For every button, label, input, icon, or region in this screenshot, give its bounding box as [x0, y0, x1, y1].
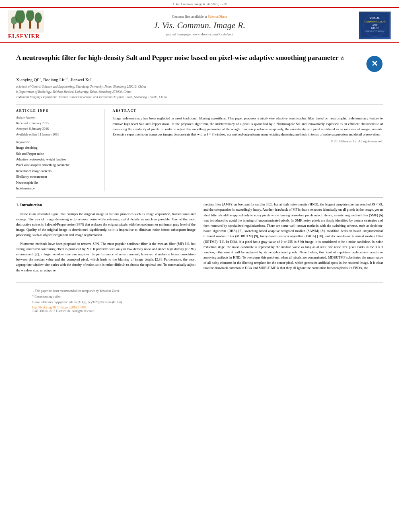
author2-name: Boqiang Liu [43, 77, 65, 82]
svg-rect-6 [37, 22, 39, 29]
affiliation-c: c Medical Imaging Department, Taishan Tu… [16, 95, 383, 100]
keywords-list: Image denoising Salt and Pepper noise Ad… [16, 145, 96, 191]
journal-header: ELSEVIER Contents lists available at Sci… [0, 7, 399, 43]
svg-point-7 [11, 16, 17, 25]
sciencedirect-prefix: Contents lists available at [172, 14, 207, 18]
history-label: Article history: [16, 116, 96, 119]
section1-col2-para1: median filter (AMF) has been put forward… [204, 202, 383, 271]
body-col-left: 1. Introduction Noise is an unwanted sig… [16, 202, 195, 276]
title-text: A neutrosophic filter for high-density S… [16, 54, 338, 62]
info-abstract-section: ARTICLE INFO Article history: Received 2… [16, 105, 383, 191]
keyword-5: Indicator of image contents [16, 168, 96, 174]
keyword-6: Similarity measurement [16, 174, 96, 180]
body-content: 1. Introduction Noise is an unwanted sig… [16, 202, 383, 276]
body-divider [16, 197, 383, 198]
affiliation-b: b Department of Radiology, Taishan Medic… [16, 90, 383, 95]
visual-logo-icon: VISUAL COMMUNICATION AND IMAGE REPRESENT… [361, 13, 389, 37]
article-info-column: ARTICLE INFO Article history: Received 2… [16, 109, 105, 191]
body-col-right: median filter (AMF) has been put forward… [204, 202, 383, 276]
article-body: A neutrosophic filter for high-density S… [0, 43, 399, 319]
footer-doi[interactable]: http://dx.doi.org/10.1016/j.jvcir.2016.0… [32, 306, 367, 309]
abstract-label: ABSTRACT [113, 109, 383, 113]
author2-sup: a,* [66, 77, 68, 80]
svg-text:REPRESENTATION: REPRESENTATION [366, 30, 385, 33]
keyword-3: Adaptive neutrosophic weight function [16, 157, 96, 162]
sciencedirect-link[interactable]: ScienceDirect [208, 14, 227, 18]
elsevier-brand-text: ELSEVIER [8, 33, 40, 40]
page: J. Vis. Commun. Image R. 36 (2016) 1–10 [0, 0, 399, 532]
keyword-4: Pixel-wise adaptive smoothing parameter [16, 162, 96, 168]
authors-line: Xianying Qia,b, Boqiang Liua,*, Jianwei … [16, 77, 383, 82]
svg-point-3 [35, 12, 42, 23]
article-title-section: A neutrosophic filter for high-density S… [16, 53, 383, 73]
author1-sup: a,b [38, 77, 41, 80]
journal-title-header: J. Vis. Commun. Image R. [56, 20, 343, 31]
received-date: Received 2 January 2015 [16, 121, 96, 126]
crossmark-icon: ✕ [366, 55, 383, 72]
svg-text:VISUAL: VISUAL [370, 16, 380, 20]
footer-note1: ⋆ This paper has been recommended for ac… [32, 289, 367, 293]
article-info-label: ARTICLE INFO [16, 109, 96, 113]
visual-journal-logo: VISUAL COMMUNICATION AND IMAGE REPRESENT… [359, 11, 391, 39]
svg-text:AND: AND [372, 24, 378, 26]
header-left: ELSEVIER [8, 10, 56, 40]
section1-para2: Numerous methods have been proposed to r… [16, 241, 195, 273]
keyword-7: Neutrosophic Set [16, 180, 96, 186]
affiliation-a: a School of Control Science and Engineer… [16, 84, 383, 90]
svg-text:✕: ✕ [371, 59, 378, 68]
author1-name: Xianying Qi [16, 77, 38, 82]
article-dates: Received 2 January 2015 Accepted 6 Janua… [16, 121, 96, 137]
header-right: VISUAL COMMUNICATION AND IMAGE REPRESENT… [343, 11, 391, 39]
abstract-text: Image indeterminacy has been neglected i… [113, 116, 383, 137]
top-reference: J. Vis. Commun. Image R. 36 (2016) 1–10 [0, 0, 399, 7]
footer-issn: 1047-3203/© 2016 Elsevier Inc. All right… [32, 309, 367, 313]
sciencedirect-line: Contents lists available at ScienceDirec… [56, 14, 343, 18]
keyword-2: Salt and Pepper noise [16, 151, 96, 157]
svg-text:IMAGE: IMAGE [371, 27, 379, 29]
footer: ⋆ This paper has been recommended for ac… [16, 282, 383, 313]
keyword-8: Indeterminacy [16, 186, 96, 191]
header-center: Contents lists available at ScienceDirec… [56, 14, 343, 36]
svg-rect-8 [13, 24, 14, 29]
available-date: Available online 11 January 2016 [16, 132, 96, 138]
affiliations: a School of Control Science and Engineer… [16, 84, 383, 100]
abstract-column: ABSTRACT Image indeterminacy has been ne… [105, 109, 383, 191]
abstract-copyright: © 2016 Elsevier Inc. All rights reserved… [113, 140, 383, 143]
author3-name: Jianwei Xu [70, 77, 90, 82]
elsevier-logo: ELSEVIER [8, 10, 56, 40]
author3-sup: c [90, 77, 92, 80]
article-title: A neutrosophic filter for high-density S… [16, 53, 366, 63]
footer-note2: * Corresponding author. [32, 294, 367, 299]
accepted-date: Accepted 6 January 2016 [16, 126, 96, 132]
journal-homepage: journal homepage: www.elsevier.com/locat… [56, 32, 343, 36]
title-star: ☆ [340, 56, 344, 61]
keyword-1: Image denoising [16, 145, 96, 151]
svg-rect-4 [19, 23, 21, 29]
svg-rect-5 [29, 21, 31, 29]
footer-note3: E-mail addresses: xyqi@tsmc.edu.cn (X. Q… [32, 300, 367, 304]
svg-text:COMMUNICATION: COMMUNICATION [364, 21, 385, 23]
section1-title: 1. Introduction [16, 202, 195, 208]
section1-para1: Noise is an unwanted signal that corrupt… [16, 212, 195, 238]
crossmark-logo: ✕ [366, 55, 383, 73]
keywords-label: Keywords: [16, 140, 96, 144]
elsevier-tree-icon [8, 10, 44, 33]
